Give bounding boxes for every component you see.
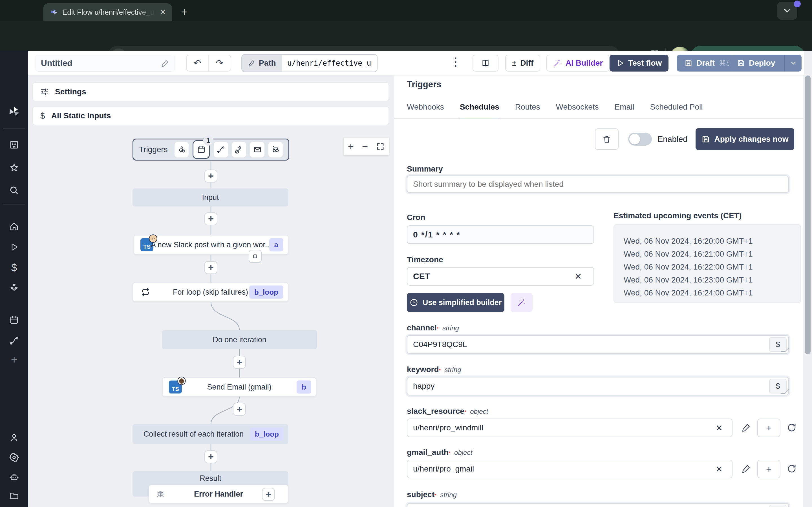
zoom-in-icon[interactable]: + <box>348 140 354 152</box>
tab-schedules[interactable]: Schedules <box>460 103 499 119</box>
cron-label: Cron <box>407 213 425 222</box>
apply-changes-button[interactable]: Apply changes now <box>696 128 794 150</box>
add-resource-button[interactable]: + <box>757 418 780 437</box>
sidebar-item-variables[interactable]: $ <box>0 262 28 274</box>
scrollbar-thumb[interactable] <box>805 75 811 354</box>
flow-iteration-node[interactable]: Do one iteration <box>162 330 317 349</box>
events-box: Wed, 06 Nov 2024, 16:20:00 GMT+1 Wed, 06… <box>613 224 801 303</box>
ai-builder-button[interactable]: AI Builder <box>546 55 610 71</box>
windmill-logo[interactable] <box>0 106 28 118</box>
edit-name-icon[interactable] <box>161 59 169 67</box>
sidebar-item-folders[interactable] <box>0 491 28 501</box>
more-options-icon[interactable]: ⋮ <box>450 55 461 68</box>
sidebar-item-runs[interactable] <box>0 242 28 252</box>
refresh-resource-icon[interactable] <box>786 464 797 474</box>
websocket-trigger-icon[interactable] <box>232 142 246 158</box>
email-trigger-icon[interactable] <box>250 142 264 158</box>
summary-input[interactable] <box>407 175 789 193</box>
keyword-input[interactable] <box>407 377 789 395</box>
tab-routes[interactable]: Routes <box>515 103 540 119</box>
dollar-variable-icon: $ <box>776 382 780 391</box>
refresh-resource-icon[interactable] <box>786 422 797 433</box>
browser-tab[interactable]: Edit Flow u/henri/effective_un ✕ <box>43 3 172 21</box>
flow-step-slack[interactable]: TS A new Slack post with a given wor... … <box>134 235 289 255</box>
flow-input-node[interactable]: Input <box>133 188 289 207</box>
add-step-button[interactable]: + <box>204 261 217 274</box>
sidebar-item-workers[interactable] <box>0 472 28 482</box>
zoom-out-icon[interactable]: − <box>362 140 368 152</box>
input-node-label: Input <box>202 193 219 202</box>
settings-row[interactable]: Settings <box>33 82 389 101</box>
tab-email[interactable]: Email <box>615 103 635 119</box>
channel-label: channel*string <box>407 323 459 332</box>
divider <box>394 118 804 119</box>
add-resource-button[interactable]: + <box>757 460 780 478</box>
channel-input[interactable] <box>407 335 789 354</box>
diff-button[interactable]: ± Diff <box>505 55 540 71</box>
scheduled-poll-trigger-icon[interactable] <box>268 142 283 158</box>
chevron-down-icon[interactable] <box>790 59 797 67</box>
save-icon <box>737 59 745 67</box>
tab-title: Edit Flow u/henri/effective_un <box>62 8 155 17</box>
deploy-button[interactable]: Deploy <box>729 55 802 71</box>
path-label-segment[interactable]: Path <box>242 55 282 71</box>
sidebar-item-favorites[interactable] <box>0 163 28 173</box>
slack-resource-input[interactable] <box>407 418 732 437</box>
sidebar-item-workspace[interactable] <box>0 140 28 150</box>
simplified-builder-button[interactable]: Use simplified builder <box>407 293 504 312</box>
sidebar-item-flows[interactable] <box>0 336 28 346</box>
subject-input[interactable] <box>407 503 789 507</box>
sidebar-item-home[interactable] <box>0 221 28 231</box>
delete-schedule-button[interactable] <box>595 128 619 150</box>
flow-step-email[interactable]: TS Send Email (gmail) b <box>162 378 316 397</box>
test-flow-button[interactable]: Test flow <box>610 55 668 71</box>
clear-resource-icon[interactable]: ✕ <box>716 464 723 474</box>
flow-triggers-node[interactable]: Triggers 1 <box>133 138 289 161</box>
all-static-inputs-row[interactable]: $ All Static Inputs <box>33 106 389 125</box>
add-step-button[interactable]: + <box>204 170 217 182</box>
flow-error-handler-node[interactable]: Error Handler + <box>149 485 289 503</box>
subject-variable-picker[interactable]: $ <box>769 505 786 507</box>
sidebar-item-search[interactable] <box>0 185 28 195</box>
edit-resource-icon[interactable] <box>742 422 751 432</box>
tab-websockets[interactable]: Websockets <box>556 103 599 119</box>
add-step-button[interactable]: + <box>204 450 217 463</box>
cron-input[interactable] <box>407 225 594 244</box>
edit-resource-icon[interactable] <box>742 464 751 473</box>
browser-url-row: ← → ⟳ app.windmill.dev/flows/edit/u/henr… <box>0 21 812 51</box>
webhook-trigger-icon[interactable] <box>174 142 189 158</box>
redo-button[interactable]: ↷ <box>209 55 231 71</box>
add-step-button[interactable]: + <box>204 212 217 225</box>
early-stop-button[interactable] <box>249 250 262 263</box>
add-step-button[interactable]: + <box>233 356 246 369</box>
sidebar-item-settings[interactable] <box>0 452 28 462</box>
tab-close-icon[interactable]: ✕ <box>160 8 166 17</box>
flow-name-field[interactable]: Untitled <box>36 55 175 71</box>
panel-scrollbar[interactable] <box>804 51 812 507</box>
tab-webhooks[interactable]: Webhooks <box>407 103 444 119</box>
notification-dot <box>794 1 801 7</box>
new-tab-icon[interactable]: + <box>181 6 188 17</box>
clear-timezone-icon[interactable]: ✕ <box>574 272 581 281</box>
schedule-count-badge: 1 <box>203 135 213 146</box>
enabled-toggle[interactable] <box>628 133 652 146</box>
sidebar-item-user[interactable] <box>0 433 28 443</box>
undo-button[interactable]: ↶ <box>187 55 209 71</box>
route-trigger-icon[interactable] <box>214 142 228 158</box>
clear-resource-icon[interactable]: ✕ <box>716 423 723 433</box>
docs-button[interactable] <box>472 55 499 71</box>
sidebar-item-schedules[interactable] <box>0 315 28 325</box>
flow-step-forloop[interactable]: For loop (skip failures) b_loop <box>133 283 289 302</box>
sidebar-item-resources[interactable] <box>0 283 28 293</box>
timezone-input[interactable] <box>407 267 594 286</box>
flow-collect-node[interactable]: Collect result of each iteration b_loop <box>133 424 289 444</box>
fullscreen-icon[interactable] <box>376 142 385 151</box>
sidebar-item-add[interactable]: + <box>0 354 28 366</box>
tab-scheduled-poll[interactable]: Scheduled Poll <box>650 103 703 119</box>
ai-cron-button[interactable] <box>511 293 532 312</box>
gmail-auth-input[interactable] <box>407 460 732 478</box>
add-step-button[interactable]: + <box>233 403 246 416</box>
path-input[interactable] <box>287 59 372 67</box>
schedule-trigger-icon[interactable]: 1 <box>193 140 209 159</box>
add-error-handler-button[interactable]: + <box>262 488 275 501</box>
